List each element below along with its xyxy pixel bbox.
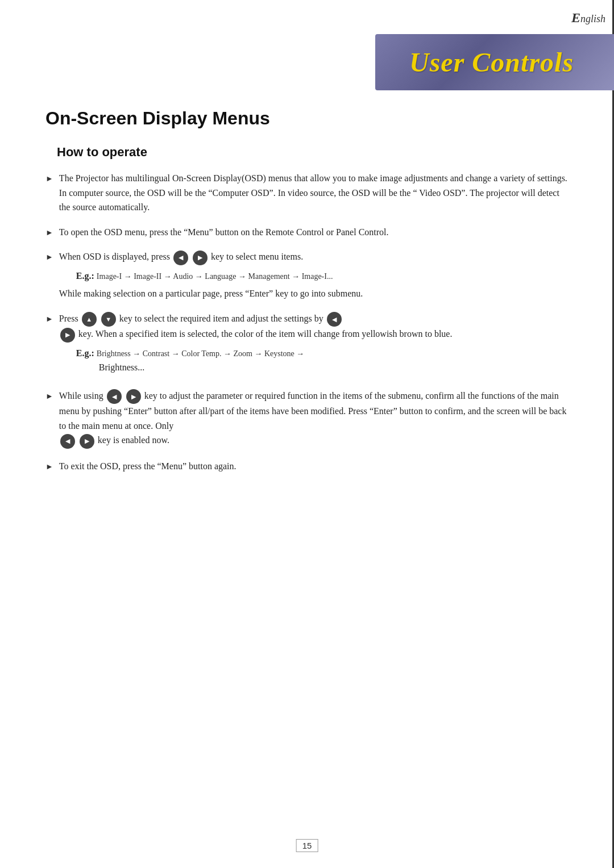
bullet-arrow-icon: ► — [45, 173, 53, 185]
list-item: ► While using key to adjust the paramete… — [45, 389, 569, 449]
eg-line-2: E.g.: Brightness → Contrast → Color Temp… — [76, 346, 569, 375]
list-item: ► To exit the OSD, press the “Menu” butt… — [45, 459, 569, 474]
bullet-arrow-icon: ► — [45, 390, 53, 403]
bullet-text: When OSD is displayed, press key to sele… — [59, 252, 303, 261]
language-capital: E — [571, 10, 580, 25]
language-text: nglish — [580, 13, 605, 24]
list-item: ► The Projector has multilingual On-Scre… — [45, 171, 569, 215]
bullet-list: ► The Projector has multilingual On-Scre… — [45, 171, 569, 473]
bullet-content: While using key to adjust the parameter … — [59, 389, 569, 449]
bullet-arrow-icon: ► — [45, 227, 53, 239]
list-item: ► To open the OSD menu, press the “Menu”… — [45, 225, 569, 240]
extra-text: While making selection on a particular p… — [59, 286, 569, 301]
left-nav-button — [173, 251, 188, 265]
bullet-content: To exit the OSD, press the “Menu” button… — [59, 459, 569, 474]
bullet-arrow-icon: ► — [45, 461, 53, 473]
eg-sequence: Image-I → Image-II → Audio → Language → … — [97, 272, 333, 281]
up-nav-button — [82, 312, 97, 327]
bullet-text: The Projector has multilingual On-Screen… — [59, 173, 567, 212]
bullet-content: When OSD is displayed, press key to sele… — [59, 249, 569, 301]
eg-sequence-2b: Brightness... — [99, 362, 144, 372]
left-nav-button-4 — [60, 434, 75, 449]
bullet-text: To open the OSD menu, press the “Menu” b… — [59, 227, 389, 237]
bullet-content: To open the OSD menu, press the “Menu” b… — [59, 225, 569, 240]
bullet-text: To exit the OSD, press the “Menu” button… — [59, 461, 237, 471]
list-item: ► When OSD is displayed, press key to se… — [45, 249, 569, 301]
eg-label: E.g.: — [76, 271, 94, 281]
page-number: 15 — [296, 839, 318, 852]
eg-label-2: E.g.: — [76, 348, 94, 358]
bullet-text: While using key to adjust the parameter … — [59, 391, 567, 445]
bullet-content: The Projector has multilingual On-Screen… — [59, 171, 569, 215]
language-label: English — [571, 10, 614, 26]
right-nav-button-3 — [126, 389, 141, 404]
right-nav-button-2 — [60, 328, 75, 343]
left-nav-button-3 — [107, 389, 122, 404]
user-controls-title: User Controls — [409, 47, 574, 77]
right-nav-button-4 — [80, 434, 94, 449]
section-title: On-Screen Display Menus — [45, 108, 569, 129]
right-nav-button — [193, 251, 208, 265]
left-nav-button-2 — [327, 312, 342, 327]
user-controls-banner: User Controls — [375, 34, 614, 90]
subsection-title: How to operate — [57, 145, 569, 160]
bullet-arrow-icon: ► — [45, 251, 53, 264]
eg-sequence-2: Brightness → Contrast → Color Temp. → Zo… — [97, 349, 304, 358]
eg-line: E.g.: Image-I → Image-II → Audio → Langu… — [76, 269, 569, 283]
bullet-content: Press key to select the required item an… — [59, 311, 569, 378]
page: English User Controls On-Screen Display … — [0, 0, 614, 868]
down-nav-button — [101, 312, 116, 327]
list-item: ► Press key to select the required item … — [45, 311, 569, 378]
bullet-text: Press key to select the required item an… — [59, 314, 453, 339]
bullet-arrow-icon: ► — [45, 313, 53, 326]
